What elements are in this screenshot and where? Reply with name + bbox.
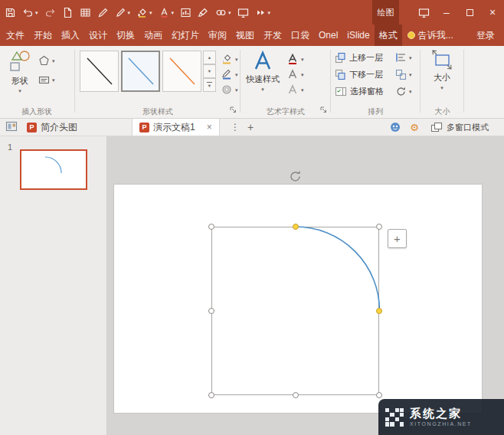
settings-gear-button[interactable]: ⚙ xyxy=(407,119,421,136)
slide-thumbnail-selected[interactable] xyxy=(20,149,87,190)
wordart-dialog-launcher[interactable] xyxy=(319,106,328,114)
dropdown-icon[interactable]: ▾ xyxy=(235,57,238,62)
dropdown-icon[interactable]: ▾ xyxy=(235,87,238,93)
brush-button[interactable] xyxy=(195,2,212,22)
shape-effects-button[interactable]: ▾ xyxy=(221,83,238,96)
gallery-scroll-down-button[interactable]: ▾ xyxy=(203,64,216,78)
resize-handle-bottom-middle[interactable] xyxy=(293,392,299,398)
shape-fill-button[interactable]: ▾ xyxy=(221,52,238,66)
save-button[interactable] xyxy=(2,2,19,22)
dropdown-icon[interactable]: ▾ xyxy=(172,10,175,15)
shapes-button[interactable]: 形状 ▾ xyxy=(5,49,35,93)
new-tab-button[interactable]: + xyxy=(244,119,257,136)
tab-home[interactable]: 开始 xyxy=(29,25,57,46)
dropdown-icon[interactable]: ▾ xyxy=(268,10,271,15)
send-backward-button[interactable]: 下移一层 xyxy=(335,67,383,82)
shape-style-preset-2-selected[interactable] xyxy=(121,51,160,92)
tab-design[interactable]: 设计 xyxy=(84,25,112,46)
close-tab-button[interactable]: × xyxy=(207,122,212,132)
minimize-button[interactable]: – xyxy=(435,0,458,25)
shape-style-preset-3[interactable] xyxy=(162,51,201,92)
tab-file[interactable]: 文件 xyxy=(2,25,29,46)
plugin-button[interactable] xyxy=(389,121,401,133)
tab-more-button[interactable]: ⋮ xyxy=(230,119,241,136)
tab-view[interactable]: 视图 xyxy=(231,25,259,46)
table-button[interactable] xyxy=(77,2,94,22)
rotate-handle[interactable] xyxy=(289,169,303,183)
dropdown-icon[interactable]: ▾ xyxy=(149,10,152,15)
tell-me-button[interactable]: 告诉我... xyxy=(402,25,459,46)
edit-shape-button[interactable]: ▾ xyxy=(38,54,55,67)
window-controls: – × xyxy=(412,0,504,25)
selection-pane-button[interactable]: 选择窗格 xyxy=(335,84,384,99)
session-board-button[interactable] xyxy=(5,121,18,132)
size-button[interactable]: 大小 ▾ xyxy=(423,49,461,90)
dropdown-icon[interactable]: ▾ xyxy=(235,72,238,77)
chart-button[interactable] xyxy=(177,2,195,22)
shape-styles-dialog-launcher[interactable] xyxy=(229,106,237,114)
tab-transitions[interactable]: 切换 xyxy=(112,25,139,46)
resize-handle-bottom-left[interactable] xyxy=(208,392,214,398)
quick-styles-button[interactable]: 快速样式 ▾ xyxy=(244,49,281,92)
tab-slideshow[interactable]: 幻灯片 xyxy=(167,25,204,46)
text-outline-button[interactable]: ▾ xyxy=(286,67,304,81)
fast-forward-button[interactable]: ▾ xyxy=(252,2,274,22)
adjust-handle-arc-start[interactable] xyxy=(293,224,299,230)
text-fill-button[interactable]: ▾ xyxy=(286,52,304,66)
group-objects-button[interactable]: ▾ xyxy=(395,67,412,81)
sign-in-button[interactable]: 登录 xyxy=(467,25,504,46)
resize-handle-top-left[interactable] xyxy=(208,224,214,230)
dropdown-icon[interactable]: ▾ xyxy=(228,10,231,15)
tab-pocket[interactable]: 口袋 xyxy=(286,25,314,46)
dropdown-icon[interactable]: ▾ xyxy=(301,72,304,77)
resize-handle-bottom-right[interactable] xyxy=(376,392,382,398)
dropdown-icon[interactable]: ▾ xyxy=(128,10,131,15)
pencil-button[interactable] xyxy=(94,2,112,22)
tab-insert[interactable]: 插入 xyxy=(57,25,84,46)
tab-animations[interactable]: 动画 xyxy=(139,25,167,46)
fill-color-button[interactable]: ▾ xyxy=(133,2,155,22)
multi-window-mode-button[interactable]: 多窗口模式 xyxy=(424,119,496,136)
rotate-objects-button[interactable]: ▾ xyxy=(395,84,412,98)
doc-tab-intro[interactable]: P 简介头图 xyxy=(20,119,84,136)
redo-button[interactable] xyxy=(41,2,59,22)
watermark-title: 系统之家 xyxy=(410,407,472,421)
dropdown-icon[interactable]: ▾ xyxy=(409,55,412,61)
font-color-button[interactable]: ▾ xyxy=(155,2,178,22)
shape-outline-button[interactable]: ▾ xyxy=(221,67,238,81)
tab-onekey[interactable]: Onel xyxy=(314,25,342,46)
restore-button[interactable] xyxy=(458,0,481,25)
dropdown-icon[interactable]: ▾ xyxy=(52,77,55,83)
dropdown-icon[interactable]: ▾ xyxy=(409,72,412,77)
dropdown-icon[interactable]: ▾ xyxy=(52,58,55,64)
tab-format[interactable]: 格式 xyxy=(375,25,402,46)
resize-handle-top-right[interactable] xyxy=(376,224,382,230)
tab-review[interactable]: 审阅 xyxy=(204,25,231,46)
display-settings-button[interactable] xyxy=(234,2,252,22)
text-box-button[interactable]: ▾ xyxy=(38,73,55,87)
dropdown-icon[interactable]: ▾ xyxy=(301,57,304,62)
pen-button[interactable]: ▾ xyxy=(112,2,134,22)
bring-forward-button[interactable]: 上移一层 xyxy=(335,51,383,65)
gallery-scroll-up-button[interactable]: ▴ xyxy=(203,51,216,64)
close-button[interactable]: × xyxy=(481,0,504,25)
dropdown-icon[interactable]: ▾ xyxy=(409,89,412,94)
tab-islide[interactable]: iSlide xyxy=(342,25,374,46)
link-circles-button[interactable]: ▾ xyxy=(212,2,234,22)
text-effects-button[interactable]: ▾ xyxy=(286,83,304,96)
new-file-button[interactable] xyxy=(59,2,77,22)
resize-handle-middle-left[interactable] xyxy=(208,308,214,314)
add-adjacent-shape-button[interactable]: + xyxy=(388,229,407,248)
dropdown-icon[interactable]: ▾ xyxy=(35,10,38,15)
undo-button[interactable]: ▾ xyxy=(19,2,41,22)
shape-style-preset-1[interactable] xyxy=(80,51,119,92)
gallery-more-button[interactable]: ▾ xyxy=(203,78,216,92)
dropdown-icon[interactable]: ▾ xyxy=(301,87,304,93)
presenter-display-button[interactable] xyxy=(412,0,435,25)
doc-tab-presentation1[interactable]: P 演示文稿1 × xyxy=(132,119,220,136)
align-button[interactable]: ▾ xyxy=(395,51,412,64)
tab-developer[interactable]: 开发 xyxy=(259,25,286,46)
watermark-text: 系统之家 XITONGZHIA.NET xyxy=(410,407,472,428)
adjust-handle-arc-end[interactable] xyxy=(376,308,382,314)
doc-tab-intro-label: 简介头图 xyxy=(41,121,77,134)
